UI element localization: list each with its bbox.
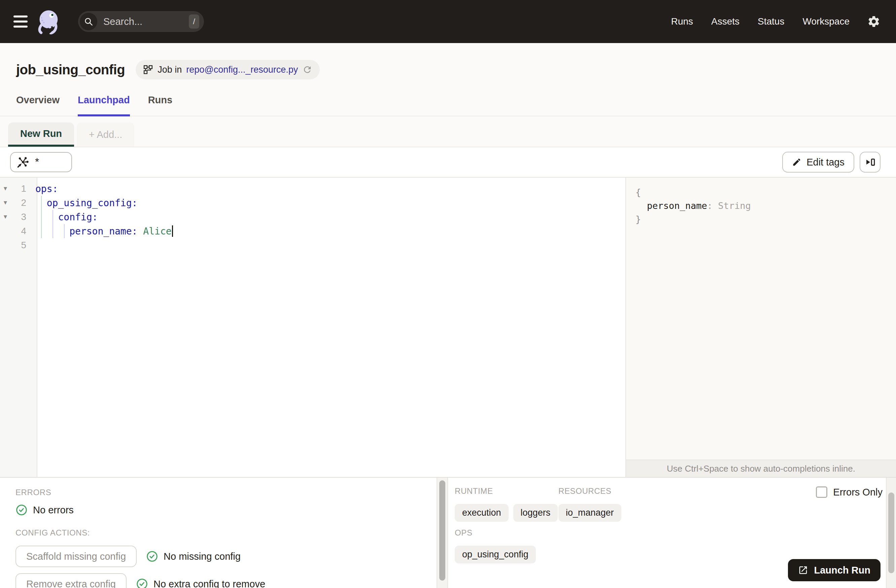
line-number: 5 xyxy=(11,240,32,251)
op-selector-value: * xyxy=(35,156,39,168)
pencil-icon xyxy=(792,157,802,167)
expand-panel-button[interactable] xyxy=(859,152,881,173)
schema-open-brace: { xyxy=(635,186,896,199)
op-graph-icon xyxy=(16,155,30,169)
config-editor[interactable]: ▼ 1 ops: ▼ 2 op_using_config: ▼ 3 config… xyxy=(0,178,625,477)
dagster-logo[interactable] xyxy=(37,9,62,34)
config-actions-label: CONFIG ACTIONS: xyxy=(15,528,437,538)
edit-tags-button[interactable]: Edit tags xyxy=(782,152,854,173)
errors-panel: ERRORS No errors CONFIG ACTIONS: Scaffol… xyxy=(0,478,437,588)
job-origin-badge: Job in repo@config..._resource.py xyxy=(136,60,320,79)
errors-only-label: Errors Only xyxy=(833,487,882,498)
search-bar[interactable]: / xyxy=(78,11,204,32)
nav-link-status[interactable]: Status xyxy=(758,16,784,27)
line-number: 4 xyxy=(11,226,32,237)
remove-extra-config-button[interactable]: Remove extra config xyxy=(15,573,126,588)
scrollbar-thumb[interactable] xyxy=(439,480,445,580)
line-number: 1 xyxy=(11,183,32,194)
resources-label: RESOURCES xyxy=(558,486,621,496)
reload-repo-button[interactable] xyxy=(302,65,312,75)
edit-tags-label: Edit tags xyxy=(806,157,844,168)
runtime-tag[interactable]: execution xyxy=(455,504,509,522)
no-missing-config-status: No missing config xyxy=(146,550,241,562)
ops-label: OPS xyxy=(455,528,536,538)
fold-arrow-icon[interactable]: ▼ xyxy=(0,199,11,206)
schema-field-row[interactable]: person_name: String xyxy=(647,199,896,213)
launchpad-main: ▼ 1 ops: ▼ 2 op_using_config: ▼ 3 config… xyxy=(0,178,896,477)
editor-line: ▼ 2 op_using_config: xyxy=(0,196,625,210)
nav-link-assets[interactable]: Assets xyxy=(711,16,739,27)
scaffold-action-row: Scaffold missing config No missing confi… xyxy=(15,545,437,567)
editor-lines: ▼ 1 ops: ▼ 2 op_using_config: ▼ 3 config… xyxy=(0,178,625,252)
line-number: 2 xyxy=(11,198,32,208)
search-icon xyxy=(80,13,97,30)
check-circle-icon xyxy=(136,578,148,588)
runtime-label: RUNTIME xyxy=(455,486,558,496)
fold-arrow-icon[interactable]: ▼ xyxy=(0,185,11,192)
menu-button[interactable] xyxy=(14,15,27,27)
gear-icon xyxy=(867,15,881,28)
session-tabs: New Run + Add... xyxy=(0,116,896,147)
resource-tag[interactable]: io_manager xyxy=(558,504,621,522)
tab-launchpad[interactable]: Launchpad xyxy=(78,84,130,116)
top-nav: / Runs Assets Status Workspace xyxy=(0,0,896,43)
runtime-tag[interactable]: loggers xyxy=(513,504,558,522)
refresh-icon xyxy=(302,65,312,75)
nav-link-workspace[interactable]: Workspace xyxy=(802,16,850,27)
ops-block: OPS op_using_config xyxy=(455,528,536,564)
top-nav-links: Runs Assets Status Workspace xyxy=(671,16,850,27)
search-input[interactable] xyxy=(103,16,189,27)
remove-action-row: Remove extra config No extra config to r… xyxy=(15,573,437,588)
bottom-drawer: ERRORS No errors CONFIG ACTIONS: Scaffol… xyxy=(0,477,896,588)
octopus-logo-icon xyxy=(37,9,62,34)
launchpad-toolbar: * Edit tags xyxy=(0,147,896,178)
scrollbar-thumb[interactable] xyxy=(888,492,894,573)
config-schema-panel: { person_name: String } Use Ctrl+Space t… xyxy=(625,178,896,477)
autocomplete-hint: Use Ctrl+Space to show auto-completions … xyxy=(626,459,896,477)
errors-only-toggle[interactable]: Errors Only xyxy=(816,486,882,498)
check-circle-icon xyxy=(15,504,27,516)
fold-arrow-icon[interactable]: ▼ xyxy=(0,214,11,220)
page-header: job_using_config Job in repo@config..._r… xyxy=(0,43,896,84)
launch-icon xyxy=(798,565,808,575)
repo-link[interactable]: repo@config..._resource.py xyxy=(186,65,298,75)
editor-line: ▼ 3 config: xyxy=(0,210,625,224)
run-preview-panel: RUNTIME execution loggers RESOURCES io_m… xyxy=(448,478,896,588)
check-circle-icon xyxy=(146,550,158,562)
job-tabs: Overview Launchpad Runs xyxy=(0,84,896,116)
page-title: job_using_config xyxy=(16,62,125,77)
schema-code: { person_name: String } xyxy=(626,178,896,226)
drawer-scrollbar[interactable] xyxy=(437,478,448,588)
editor-line: 4 person_name: Alice xyxy=(0,224,625,238)
preview-scrollbar[interactable] xyxy=(886,478,896,588)
errors-only-checkbox[interactable] xyxy=(816,486,827,498)
resources-block: RESOURCES io_manager xyxy=(558,486,621,522)
errors-section-label: ERRORS xyxy=(15,488,437,497)
play-panel-icon xyxy=(864,156,876,168)
launch-run-button[interactable]: Launch Run xyxy=(788,559,881,581)
editor-line: ▼ 1 ops: xyxy=(0,182,625,196)
search-shortcut-key: / xyxy=(189,14,199,29)
settings-button[interactable] xyxy=(867,15,881,28)
text-cursor xyxy=(172,225,173,237)
line-number: 3 xyxy=(11,211,32,222)
dagit-launchpad-app: / Runs Assets Status Workspace job_using… xyxy=(0,0,896,588)
tab-overview[interactable]: Overview xyxy=(16,84,59,116)
schema-close-brace: } xyxy=(635,213,896,226)
toolbar-right: Edit tags xyxy=(782,152,881,173)
tab-runs[interactable]: Runs xyxy=(148,84,173,116)
add-session-tab-button[interactable]: + Add... xyxy=(77,122,134,147)
job-graph-icon xyxy=(143,65,153,75)
op-tag[interactable]: op_using_config xyxy=(455,545,536,564)
session-tab-new-run[interactable]: New Run xyxy=(8,122,74,147)
op-selector-input[interactable]: * xyxy=(10,152,72,172)
scaffold-missing-config-button[interactable]: Scaffold missing config xyxy=(15,545,137,567)
badge-prefix: Job in xyxy=(157,65,182,75)
no-extra-config-status: No extra config to remove xyxy=(136,578,265,588)
nav-link-runs[interactable]: Runs xyxy=(671,16,693,27)
runtime-block: RUNTIME execution loggers xyxy=(455,486,558,522)
no-errors-status: No errors xyxy=(15,504,437,516)
editor-line: 5 xyxy=(0,238,625,252)
